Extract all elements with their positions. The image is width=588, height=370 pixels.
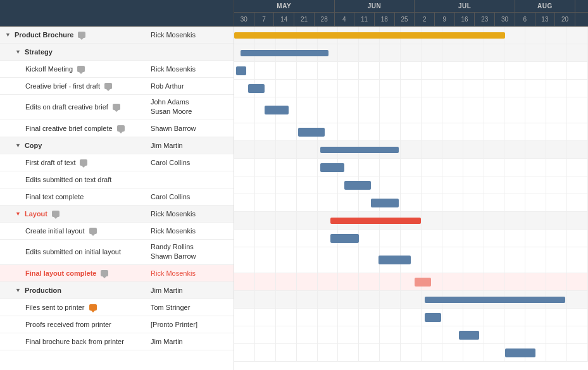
comment-icon[interactable] (117, 125, 125, 132)
grid-cell (338, 326, 359, 343)
grid-cell (484, 344, 505, 361)
grid-cell (422, 123, 442, 140)
date-label: 20 (555, 13, 575, 26)
grid-cell (525, 194, 546, 211)
resp-cell: Randy RollinsShawn Barrow (146, 240, 234, 264)
comment-icon[interactable] (89, 304, 97, 311)
grid-cell (525, 230, 546, 247)
resp-cell: Rick Mosenkis (146, 225, 234, 237)
grid-cell (567, 123, 588, 140)
triangle-icon[interactable]: ▼ (15, 142, 21, 149)
timeline-row (234, 141, 588, 159)
date-label: 9 (435, 13, 455, 26)
gantt-bar (248, 84, 264, 93)
grid-cell (297, 212, 318, 229)
grid-cell (338, 97, 359, 123)
grid-cell (546, 230, 567, 247)
grid-cell (234, 176, 255, 194)
grid-cell (484, 194, 505, 211)
grid-cell (234, 309, 255, 326)
triangle-icon[interactable]: ▼ (15, 211, 21, 217)
grid-cell (546, 123, 567, 140)
grid-cell (401, 309, 422, 326)
comment-icon[interactable] (52, 211, 59, 217)
grid-cell (401, 80, 422, 97)
grid-cell (255, 230, 276, 247)
grid-cell (504, 80, 525, 97)
date-label: 28 (315, 13, 335, 26)
grid-cell (567, 309, 588, 326)
grid-cell (567, 326, 588, 343)
grid-cell (525, 159, 546, 176)
header-timeline: MAYJUNJULAUG 307142128411182529162330613… (234, 0, 588, 26)
comment-icon[interactable] (104, 83, 112, 89)
resp-cell: Carol Collins (146, 190, 234, 203)
gantt-bar (459, 331, 479, 340)
task-label: First draft of text (25, 159, 75, 166)
grid-cell (442, 230, 463, 247)
task-cell: ▼Strategy (0, 46, 146, 58)
date-label: 30 (495, 13, 515, 26)
resp-cell: Tom Stringer (146, 301, 234, 314)
grid-cell (484, 230, 505, 247)
triangle-icon[interactable]: ▼ (15, 49, 21, 55)
task-label: Edits on draft creative brief (25, 103, 108, 111)
timeline-row (234, 309, 588, 326)
grid-cell (338, 194, 359, 211)
grid-cell (504, 159, 525, 176)
comment-icon[interactable] (113, 104, 120, 110)
resp-cell: Carol Collins (146, 156, 234, 169)
grid-cell (234, 123, 255, 140)
grid-cell (463, 44, 484, 61)
grid-cell (359, 273, 380, 290)
comment-icon[interactable] (78, 32, 85, 38)
grid-cell (401, 344, 422, 361)
grid-cell (504, 123, 525, 140)
grid-cell (380, 44, 401, 61)
triangle-icon[interactable]: ▼ (5, 32, 11, 38)
date-label: 6 (515, 13, 535, 26)
task-cell: Final layout complete (0, 267, 146, 280)
task-label: Product Brochure (15, 31, 74, 39)
comment-icon[interactable] (77, 66, 85, 72)
grid-cell (546, 80, 567, 97)
grid-cell (546, 141, 567, 158)
task-label: Strategy (25, 48, 53, 56)
timeline-row (234, 27, 588, 44)
comment-icon[interactable] (80, 159, 87, 166)
grid-cell (297, 247, 318, 273)
grid-cell (442, 176, 463, 194)
grid-cell (380, 176, 401, 194)
date-label: 21 (294, 13, 315, 26)
grid-cell (255, 62, 276, 79)
grid-cell (504, 141, 525, 158)
comment-icon[interactable] (89, 228, 97, 234)
grid-cell (380, 344, 401, 361)
resp-cell (146, 177, 234, 182)
grid-cell (297, 273, 318, 290)
grid-cell (276, 291, 297, 308)
task-label: Production (25, 287, 61, 294)
timeline-row (234, 194, 588, 212)
grid-cell (255, 273, 276, 290)
grid-cell (318, 309, 339, 326)
date-label: 25 (395, 13, 415, 26)
grid-cell (297, 80, 318, 97)
grid-cell (484, 159, 505, 176)
col-resp-header (146, 0, 222, 26)
grid-cell (338, 44, 359, 61)
grid-cell (318, 97, 339, 123)
comment-icon[interactable] (101, 270, 108, 276)
grid-cell (380, 309, 401, 326)
grid-cell (442, 62, 463, 79)
nav-prev-button[interactable] (222, 0, 234, 26)
month-label: AUG (515, 0, 575, 12)
header-months: MAYJUNJULAUG (234, 0, 588, 13)
grid-cell (359, 326, 380, 343)
grid-cell (484, 141, 505, 158)
gantt-row: Proofs received from printer[Pronto Prin… (0, 316, 234, 333)
grid-cell (546, 62, 567, 79)
triangle-icon[interactable]: ▼ (15, 287, 21, 293)
month-label: MAY (234, 0, 335, 12)
grid-cell (401, 230, 422, 247)
